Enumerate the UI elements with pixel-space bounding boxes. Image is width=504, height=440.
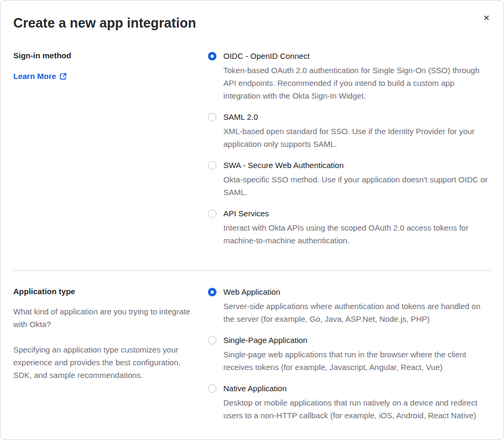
application-type-label: Application type bbox=[13, 287, 208, 296]
application-type-explanation: Specifying an application type customize… bbox=[13, 344, 196, 382]
application-type-question: What kind of application are you trying … bbox=[13, 305, 196, 331]
learn-more-link[interactable]: Learn More bbox=[13, 72, 67, 81]
option-description: Okta-specific SSO method. Use if your ap… bbox=[223, 173, 491, 199]
learn-more-label: Learn More bbox=[13, 72, 56, 81]
radio-option-saml[interactable]: SAML 2.0 XML-based open standard for SSO… bbox=[208, 112, 491, 151]
option-label[interactable]: SAML 2.0 bbox=[223, 112, 491, 122]
radio-unselected-icon[interactable] bbox=[208, 384, 216, 393]
option-label[interactable]: API Services bbox=[223, 208, 491, 219]
external-link-icon bbox=[59, 73, 67, 80]
radio-option-api-services[interactable]: API Services Interact with Okta APIs usi… bbox=[208, 208, 491, 247]
radio-option-native-application[interactable]: Native Application Desktop or mobile app… bbox=[208, 383, 491, 422]
application-type-left-column: Application type What kind of applicatio… bbox=[13, 287, 208, 394]
radio-unselected-icon[interactable] bbox=[208, 209, 216, 218]
option-label[interactable]: Single-Page Application bbox=[223, 335, 491, 346]
radio-selected-icon[interactable] bbox=[208, 288, 216, 296]
radio-unselected-icon[interactable] bbox=[208, 113, 216, 121]
section-divider bbox=[13, 270, 491, 271]
signin-method-section: Sign-in method Learn More OIDC - OpenID … bbox=[13, 51, 491, 257]
radio-option-web-application[interactable]: Web Application Server-side applications… bbox=[208, 287, 491, 325]
option-description: Token-based OAuth 2.0 authentication for… bbox=[223, 64, 491, 102]
option-description: XML-based open standard for SSO. Use if … bbox=[223, 125, 491, 151]
option-description: Single-page web applications that run in… bbox=[223, 348, 491, 374]
radio-option-swa[interactable]: SWA - Secure Web Authentication Okta-spe… bbox=[208, 160, 491, 199]
radio-option-single-page-application[interactable]: Single-Page Application Single-page web … bbox=[208, 335, 491, 374]
signin-method-label: Sign-in method bbox=[13, 51, 208, 60]
application-type-section: Application type What kind of applicatio… bbox=[13, 287, 491, 432]
option-label[interactable]: Native Application bbox=[223, 383, 491, 394]
create-app-integration-dialog: ✕ Create a new app integration Sign-in m… bbox=[0, 0, 504, 440]
radio-unselected-icon[interactable] bbox=[208, 161, 216, 170]
option-label[interactable]: Web Application bbox=[223, 287, 491, 297]
option-label[interactable]: SWA - Secure Web Authentication bbox=[223, 160, 491, 171]
option-description: Server-side applications where authentic… bbox=[223, 300, 491, 325]
application-type-options: Web Application Server-side applications… bbox=[208, 287, 491, 432]
radio-unselected-icon[interactable] bbox=[208, 336, 216, 345]
option-description: Desktop or mobile applications that run … bbox=[223, 397, 491, 422]
radio-selected-icon[interactable] bbox=[208, 52, 216, 60]
radio-option-oidc[interactable]: OIDC - OpenID Connect Token-based OAuth … bbox=[208, 51, 491, 102]
signin-method-options: OIDC - OpenID Connect Token-based OAuth … bbox=[208, 51, 491, 257]
close-icon[interactable]: ✕ bbox=[481, 12, 492, 23]
option-label[interactable]: OIDC - OpenID Connect bbox=[223, 51, 491, 61]
signin-method-left-column: Sign-in method Learn More bbox=[13, 51, 208, 81]
page-title: Create a new app integration bbox=[13, 15, 491, 31]
option-description: Interact with Okta APIs using the scoped… bbox=[223, 222, 491, 247]
